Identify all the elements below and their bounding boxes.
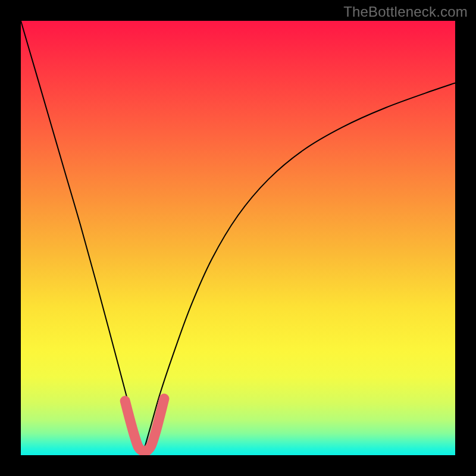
bottleneck-chart	[21, 21, 455, 455]
curve-right-branch	[142, 83, 455, 455]
valley-highlight	[125, 399, 164, 452]
curve-svg	[21, 21, 455, 455]
curve-left-branch	[21, 21, 142, 455]
watermark-text: TheBottleneck.com	[343, 4, 468, 20]
